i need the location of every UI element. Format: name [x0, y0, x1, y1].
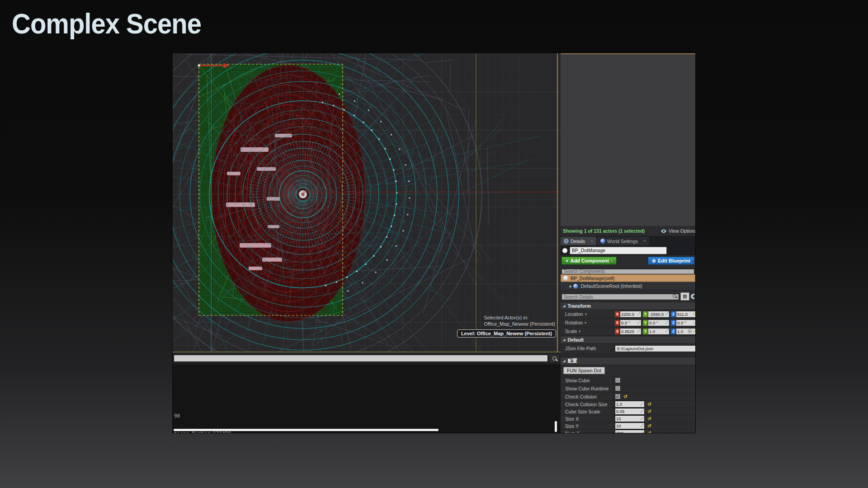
drag-handle-icon[interactable]: ⤢ — [641, 417, 643, 421]
expander-icon[interactable]: ◢ — [569, 284, 571, 288]
rotation-x-input[interactable]: 0.0 °⤢ — [620, 319, 642, 326]
drag-handle-icon[interactable]: ⤢ — [641, 431, 643, 433]
vertical-scrollbar[interactable] — [555, 421, 557, 432]
section-default[interactable]: ◢ Default — [561, 336, 695, 344]
reset-icon[interactable]: ↺ — [693, 311, 695, 316]
reset-icon[interactable]: ↺ — [647, 417, 651, 421]
close-icon[interactable]: × — [590, 239, 593, 244]
property-row-location: Location ▾ X 2200.0⤢ Y -2590.0⤢ Z 811.0⤢… — [561, 310, 695, 319]
drag-handle-icon[interactable]: ⤢ — [637, 312, 640, 316]
chevron-down-icon: ▾ — [579, 329, 580, 333]
num-x-input[interactable]: 308⤢ — [615, 430, 645, 433]
drag-handle-icon[interactable]: ⤢ — [637, 320, 640, 325]
level-badge-button[interactable]: Level: Office_Map_Newew (Persistent) — [457, 329, 556, 338]
drag-handle-icon[interactable]: ⤢ — [665, 320, 668, 325]
selected-actor-line1: Selected Actor(s) in: — [484, 314, 555, 321]
property-row-size-y: Size Y 10⤢↺ — [561, 422, 695, 430]
component-tree-item-root[interactable]: ◢ DefaultSceneRoot (Inherited) — [561, 282, 695, 291]
eye-icon — [660, 229, 667, 233]
add-component-button[interactable]: + Add Component ▾ — [561, 257, 617, 265]
close-icon[interactable]: × — [643, 239, 646, 244]
json-path-input[interactable] — [615, 345, 695, 352]
log-filter-bar — [173, 352, 561, 364]
drag-handle-icon[interactable]: ⤢ — [665, 329, 668, 333]
property-row-show-cube: Show Cube — [561, 376, 695, 385]
drag-handle-icon[interactable]: ⤢ — [641, 409, 643, 414]
z-axis-chip: Z — [671, 311, 676, 317]
globe-icon — [600, 239, 605, 244]
reset-icon[interactable]: ↺ — [647, 424, 651, 428]
search-icon — [673, 294, 676, 298]
rotation-z-input[interactable]: 0.0 °⤢ — [676, 319, 695, 326]
search-components-input[interactable] — [561, 269, 694, 274]
property-row-json-path: JSon File Path — [561, 344, 695, 353]
drag-handle-icon[interactable]: ⤢ — [637, 329, 640, 333]
tab-details[interactable]: i Details × — [561, 237, 596, 245]
reset-icon[interactable]: ↺ — [693, 328, 695, 333]
location-x-input[interactable]: 2200.0⤢ — [620, 311, 642, 318]
section-config[interactable]: ◢ 配置 — [561, 357, 695, 365]
unreal-editor-window: Selected Actor(s) in: Office_Map_Newew (… — [173, 53, 695, 433]
size-y-input[interactable]: 10⤢ — [615, 422, 645, 429]
rotation-y-input[interactable]: 0.0 °⤢ — [648, 319, 670, 326]
drag-handle-icon[interactable]: ⤢ — [641, 424, 643, 428]
chevron-down-icon: ▾ — [611, 259, 613, 263]
property-row-scale: Scale ▾ X 0.8525⤢ Y 1.0⤢ Z 1.0⤢ ↺ — [561, 327, 695, 336]
lock-icon[interactable] — [688, 330, 692, 333]
section-transform-title: Transform — [567, 303, 590, 309]
property-matrix-icon[interactable]: ▦ — [680, 292, 689, 300]
actor-name-input[interactable] — [570, 247, 667, 254]
location-y-input[interactable]: -2590.0⤢ — [648, 311, 670, 318]
section-default-title: Default — [567, 337, 584, 343]
y-axis-chip: Y — [643, 311, 648, 317]
drag-handle-icon[interactable]: ⤢ — [641, 402, 643, 407]
show-cube-checkbox[interactable] — [615, 377, 621, 383]
property-row-rotation: Rotation ▾ X 0.0 °⤢ Y 0.0 °⤢ Z 0.0 °⤢ — [561, 319, 695, 327]
scale-label[interactable]: Scale ▾ — [561, 327, 613, 335]
scale-y-input[interactable]: 1.0⤢ — [648, 328, 670, 335]
rotation-label[interactable]: Rotation ▾ — [561, 319, 613, 327]
view-options-button[interactable]: View Options — [660, 228, 695, 234]
reset-icon[interactable]: ↺ — [647, 409, 651, 414]
edit-blueprint-label: Edit Blueprint — [658, 258, 690, 263]
log-filter-input[interactable] — [174, 355, 548, 362]
x-axis-chip: X — [615, 311, 620, 317]
drag-handle-icon[interactable]: ⤢ — [665, 312, 668, 316]
z-axis-chip: Z — [671, 320, 676, 326]
actor-sphere-icon — [563, 276, 568, 281]
actor-count-status: Showing 1 of 131 actors (1 selected) — [563, 228, 645, 234]
search-details-input[interactable] — [561, 294, 679, 300]
check-collision-size-input[interactable]: 1.0⤢ — [615, 401, 645, 408]
show-cube-runtime-checkbox[interactable] — [615, 385, 621, 391]
reset-icon[interactable]: ↺ — [647, 402, 651, 407]
fun-spawn-dot-button[interactable]: FUN Spawn Dot — [563, 367, 605, 374]
component-tree-item-self[interactable]: BP_DotManage(self) — [561, 274, 695, 282]
tab-world-settings[interactable]: World Settings × — [597, 237, 649, 245]
property-row-check-collision: Check Collsion ✓↺ — [561, 393, 695, 401]
gears-icon: ⚙ — [652, 258, 656, 263]
location-label[interactable]: Location ▾ — [561, 310, 613, 318]
3d-viewport[interactable]: Selected Actor(s) in: Office_Map_Newew (… — [173, 53, 561, 352]
drag-handle-icon[interactable]: ⤢ — [693, 320, 695, 325]
scale-x-input[interactable]: 0.8525⤢ — [620, 328, 642, 335]
tab-details-label: Details — [571, 239, 585, 244]
edit-blueprint-button[interactable]: ⚙ Edit Blueprint — [648, 257, 694, 265]
display-filter-eye-icon[interactable] — [691, 293, 694, 300]
log-search-button[interactable] — [549, 354, 560, 363]
size-x-input[interactable]: 10⤢ — [615, 415, 645, 422]
world-outliner-area[interactable] — [561, 54, 695, 226]
horizontal-scrollbar[interactable] — [174, 429, 439, 431]
property-row-cube-size-scale: Cube Size Scale 0.05⤢↺ — [561, 408, 695, 415]
property-row-show-cube-runtime: Show Cube Runtime — [561, 385, 695, 393]
cube-size-scale-input[interactable]: 0.05⤢ — [615, 408, 645, 415]
reset-icon[interactable]: ↺ — [647, 431, 651, 433]
y-axis-chip: Y — [643, 320, 648, 326]
reset-icon[interactable]: ↺ — [623, 394, 627, 399]
check-collision-checkbox[interactable]: ✓ — [615, 394, 621, 399]
location-z-input[interactable]: 811.0⤢ — [676, 311, 695, 318]
section-transform[interactable]: ◢ Transform — [561, 302, 695, 310]
actor-name-row — [561, 245, 695, 255]
x-axis-chip: X — [615, 320, 620, 326]
output-log-panel[interactable]: 98 tions Number:132498 — [173, 364, 561, 433]
scale-z-input[interactable]: 1.0⤢ — [676, 328, 695, 335]
